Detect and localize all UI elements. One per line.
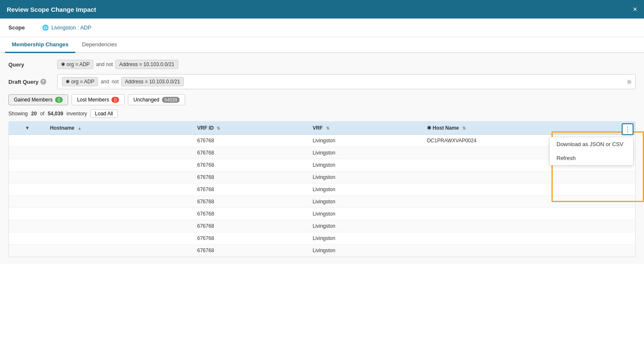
hostname-column-header[interactable]: Hostname ▲ [46, 122, 193, 135]
row-filter-cell [9, 171, 46, 184]
table-container: ⋮ Download as JSON or CSV Refresh ▼ Host… [8, 121, 636, 257]
row-filter-cell [9, 232, 46, 245]
scope-text: Livingston : ADP [51, 24, 91, 31]
filter-icon[interactable]: ▼ [25, 125, 30, 131]
showing-total: 54,039 [48, 111, 63, 117]
vrf-column-header[interactable]: VRF ⇅ [308, 122, 423, 135]
kebab-area: ⋮ Download as JSON or CSV Refresh [620, 122, 635, 137]
showing-separator: of [40, 111, 44, 117]
row-filter-cell [9, 159, 46, 171]
table-row: 676768 Livingston [9, 184, 635, 196]
gained-members-label: Gained Members [14, 97, 53, 103]
row-vrf-id: 676768 [193, 184, 308, 196]
row-vrf-id: 676768 [193, 135, 308, 147]
unchanged-button[interactable]: Unchanged 54039 [128, 94, 185, 105]
draft-query-label: Draft Query ? [8, 79, 50, 85]
row-vrf-id: 676768 [193, 196, 308, 208]
draft-query-clear-button[interactable]: ⊗ [627, 78, 632, 85]
row-filter-cell [9, 135, 46, 147]
hostname2-sort-icon: ⇅ [462, 126, 466, 131]
load-all-button[interactable]: Load All [90, 109, 118, 118]
row-vrf: Livingston [308, 220, 423, 232]
draft-query-box[interactable]: ✱ org = ADP and not Address = 10.103.0.0… [57, 74, 636, 89]
showing-suffix: inventory [66, 111, 87, 117]
data-table: ▼ Hostname ▲ VRF ID ⇅ VRF ⇅ [9, 122, 635, 257]
row-vrf-id: 676768 [193, 208, 308, 220]
gained-members-button[interactable]: Gained Members 0 [8, 94, 68, 105]
table-row: 676768 Livingston [9, 196, 635, 208]
filter-column-header: ▼ [9, 122, 46, 135]
member-buttons: Gained Members 0 Lost Members 0 Unchange… [8, 94, 636, 105]
draft-and: and [101, 79, 109, 85]
table-row: 676768 Livingston [9, 220, 635, 232]
scope-row: Scope 🌐 Livingston : ADP [0, 19, 644, 37]
row-vrf-id: 676768 [193, 245, 308, 257]
row-vrf: Livingston [308, 208, 423, 220]
row-filter-cell [9, 147, 46, 159]
dropdown-menu: Download as JSON or CSV Refresh [549, 137, 633, 165]
vrfid-column-header[interactable]: VRF ID ⇅ [193, 122, 308, 135]
scope-icon: 🌐 [42, 24, 49, 31]
unchanged-badge: 54039 [162, 97, 180, 103]
row-host-name [423, 232, 635, 245]
query-row: Query ✱ org = ADP and not Address = 10.1… [8, 60, 636, 69]
showing-row: Showing 20 of 54,039 inventory Load All [8, 109, 636, 118]
tabs-bar: Membership Changes Dependencies [0, 37, 644, 53]
row-vrf: Livingston [308, 171, 423, 184]
table-row: 676768 Livingston [9, 245, 635, 257]
table-row: 676768 Livingston [9, 171, 635, 184]
row-hostname [46, 245, 193, 257]
query-label: Query [8, 61, 50, 68]
query-pill-org: ✱ org = ADP [57, 60, 93, 69]
table-row: 676768 Livingston [9, 232, 635, 245]
gained-members-badge: 0 [55, 97, 63, 103]
draft-pill-address: Address = 10.103.0.0/21 [121, 77, 184, 86]
dialog-container: Review Scope Change Impact × Scope 🌐 Liv… [0, 0, 644, 341]
table-row: 676768 Livingston [9, 208, 635, 220]
lost-members-badge: 0 [111, 97, 119, 103]
query-pill-address: Address = 10.103.0.0/21 [115, 60, 178, 69]
row-host-name [423, 208, 635, 220]
row-vrf-id: 676768 [193, 232, 308, 245]
row-hostname [46, 159, 193, 171]
hostname2-column-header[interactable]: ✱ Host Name ⇅ [423, 122, 635, 135]
kebab-button[interactable]: ⋮ [622, 123, 633, 135]
table-row: 676768 Livingston [9, 147, 635, 159]
row-hostname [46, 220, 193, 232]
refresh-menu-item[interactable]: Refresh [550, 151, 633, 165]
draft-query-help-icon[interactable]: ? [40, 79, 46, 85]
close-button[interactable]: × [633, 5, 637, 13]
hostname-sort-icon: ▲ [77, 126, 82, 131]
row-vrf: Livingston [308, 196, 423, 208]
row-filter-cell [9, 184, 46, 196]
row-host-name [423, 184, 635, 196]
showing-count: 20 [31, 111, 37, 117]
draft-not: not [111, 79, 119, 85]
lost-members-label: Lost Members [77, 97, 109, 103]
content-area: Query ✱ org = ADP and not Address = 10.1… [0, 53, 644, 264]
query-and-not: and not [96, 61, 113, 67]
row-vrf-id: 676768 [193, 147, 308, 159]
row-host-name [423, 196, 635, 208]
row-hostname [46, 196, 193, 208]
download-menu-item[interactable]: Download as JSON or CSV [550, 137, 633, 151]
row-vrf: Livingston [308, 135, 423, 147]
row-vrf: Livingston [308, 184, 423, 196]
row-host-name [423, 245, 635, 257]
row-hostname [46, 208, 193, 220]
showing-prefix: Showing [8, 111, 28, 117]
row-vrf: Livingston [308, 159, 423, 171]
draft-query-row: Draft Query ? ✱ org = ADP and not Addres… [8, 74, 636, 89]
row-hostname [46, 135, 193, 147]
tab-membership[interactable]: Membership Changes [5, 37, 75, 53]
row-vrf-id: 676768 [193, 159, 308, 171]
dialog-title: Review Scope Change Impact [7, 6, 96, 13]
lost-members-button[interactable]: Lost Members 0 [72, 94, 125, 105]
row-vrf-id: 676768 [193, 171, 308, 184]
query-pills: ✱ org = ADP and not Address = 10.103.0.0… [57, 60, 178, 69]
draft-pill-org: ✱ org = ADP [62, 77, 98, 86]
scope-value: 🌐 Livingston : ADP [42, 24, 91, 31]
tab-dependencies[interactable]: Dependencies [75, 37, 124, 53]
row-host-name [423, 171, 635, 184]
table-row: 676768 Livingston [9, 159, 635, 171]
